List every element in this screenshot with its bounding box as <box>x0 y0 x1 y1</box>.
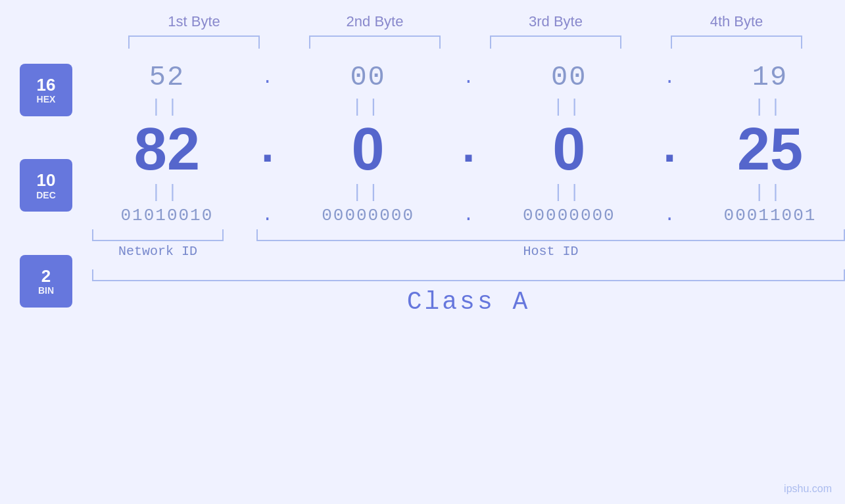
bin-val-2: 00000000 <box>322 206 414 225</box>
bottom-bracket-area <box>92 229 845 241</box>
bin-dot-2: . <box>452 205 485 225</box>
byte-header-4: 4th Byte <box>664 13 809 30</box>
bracket-host <box>256 229 845 241</box>
dec-val-2: 0 <box>352 120 385 179</box>
main-container: 1st Byte 2nd Byte 3rd Byte 4th Byte 16 H… <box>0 0 845 504</box>
dec-val-1: 82 <box>134 120 200 179</box>
bin-val-4: 00011001 <box>724 206 817 225</box>
dec-dot-2: . <box>452 124 485 175</box>
sep1-1: || <box>101 97 233 117</box>
network-id-label: Network ID <box>92 244 224 259</box>
hex-val-2: 00 <box>350 62 385 93</box>
badge-dec-number: 10 <box>37 171 56 190</box>
byte-header-1: 1st Byte <box>122 13 266 30</box>
top-bracket-4 <box>671 35 802 49</box>
hex-val-1: 52 <box>149 62 185 93</box>
id-labels-row: Network ID Host ID <box>92 244 845 259</box>
badge-hex-label: HEX <box>37 94 56 104</box>
separator-row-1: || || || || <box>92 93 845 120</box>
badge-dec-label: DEC <box>36 190 56 200</box>
bracket-network <box>92 229 224 241</box>
badge-bin-number: 2 <box>41 267 51 286</box>
host-id-label: Host ID <box>256 244 845 259</box>
dec-val-3: 0 <box>552 120 585 179</box>
dec-row: 82 . 0 . 0 . 25 <box>92 120 845 179</box>
sep2-4: || <box>704 182 836 202</box>
badges-column: 16 HEX 10 DEC 2 BIN <box>0 55 92 316</box>
sep1-3: || <box>503 97 635 117</box>
bin-val-1: 01010010 <box>121 206 214 225</box>
badge-dec: 10 DEC <box>20 159 72 212</box>
bin-row: 01010010 . 00000000 . 00000000 . 0001100… <box>92 205 845 225</box>
byte-header-2: 2nd Byte <box>302 13 447 30</box>
bin-val-3: 00000000 <box>523 206 616 225</box>
badge-bin: 2 BIN <box>20 255 72 308</box>
sep2-3: || <box>503 182 635 202</box>
class-label-row: Class A <box>92 288 845 316</box>
top-brackets <box>104 35 827 49</box>
separator-row-2: || || || || <box>92 179 845 205</box>
byte-headers-row: 1st Byte 2nd Byte 3rd Byte 4th Byte <box>104 13 827 30</box>
watermark: ipshu.com <box>784 483 832 495</box>
sep2-2: || <box>302 182 434 202</box>
top-bracket-1 <box>128 35 260 49</box>
bracket-gap-1 <box>224 229 256 241</box>
hex-dot-2: . <box>452 68 485 88</box>
hex-dot-3: . <box>653 68 686 88</box>
bin-dot-3: . <box>653 205 686 225</box>
top-bracket-3 <box>490 35 621 49</box>
dec-val-4: 25 <box>737 120 803 179</box>
dec-dot-3: . <box>653 124 686 175</box>
byte-header-3: 3rd Byte <box>483 13 628 30</box>
hex-dot-1: . <box>251 68 284 88</box>
badge-hex: 16 HEX <box>20 64 72 116</box>
top-bracket-2 <box>309 35 441 49</box>
sep1-2: || <box>302 97 434 117</box>
hex-val-3: 00 <box>551 62 587 93</box>
sep1-4: || <box>704 97 836 117</box>
hex-row: 52 . 00 . 00 . 19 <box>92 62 845 93</box>
dec-dot-1: . <box>251 124 284 175</box>
class-label: Class A <box>407 288 531 316</box>
badge-hex-number: 16 <box>37 76 56 95</box>
badge-bin-label: BIN <box>38 285 54 296</box>
bin-dot-1: . <box>251 205 284 225</box>
label-gap <box>224 244 256 259</box>
long-bottom-bracket <box>92 269 845 281</box>
sep2-1: || <box>101 182 233 202</box>
hex-val-4: 19 <box>752 62 788 93</box>
